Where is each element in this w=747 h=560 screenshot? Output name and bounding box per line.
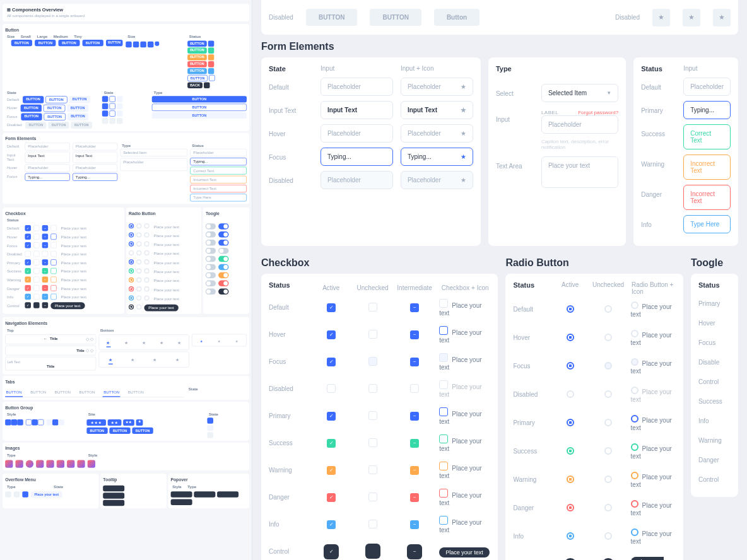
select[interactable]: Selected Item▼	[541, 84, 618, 102]
image-thumb	[5, 460, 13, 468]
button-primary[interactable]: BUTTON	[11, 40, 32, 46]
icon-button[interactable]	[126, 42, 132, 48]
icon-button[interactable]	[148, 42, 154, 48]
checkbox-active[interactable]: ✓	[327, 303, 336, 312]
section-form-elements: Form Elements	[261, 41, 738, 52]
button-disabled: BUTTON	[306, 9, 357, 26]
icon-button[interactable]	[155, 42, 160, 46]
button-primary[interactable]: BUTTON	[59, 40, 79, 46]
star-icon[interactable]: ★	[106, 340, 110, 347]
icon-button[interactable]	[133, 42, 139, 48]
page-title: ⊞ Components Overview	[7, 7, 245, 13]
section-button: Button	[5, 26, 247, 34]
icon-button-disabled: ★	[652, 9, 670, 26]
radio-active[interactable]	[567, 305, 574, 313]
textarea[interactable]: Place your text	[541, 156, 618, 188]
input-focus[interactable]: Typing...	[321, 148, 393, 166]
panel-button: Button SizeSmallLargeMediumTiny BUTTON B…	[3, 24, 249, 131]
button-primary[interactable]: BUTTON	[82, 40, 103, 46]
input-default[interactable]: Placeholder	[321, 78, 393, 96]
overview-header: ⊞ Components Overview All components dis…	[3, 4, 249, 21]
button-primary[interactable]: BUTTON	[106, 40, 123, 46]
icon-button[interactable]	[141, 42, 147, 48]
page-subtitle: All components displayed in a single art…	[7, 14, 245, 18]
chevron-down-icon: ▼	[606, 90, 611, 96]
button-primary[interactable]: BUTTON	[35, 40, 56, 46]
